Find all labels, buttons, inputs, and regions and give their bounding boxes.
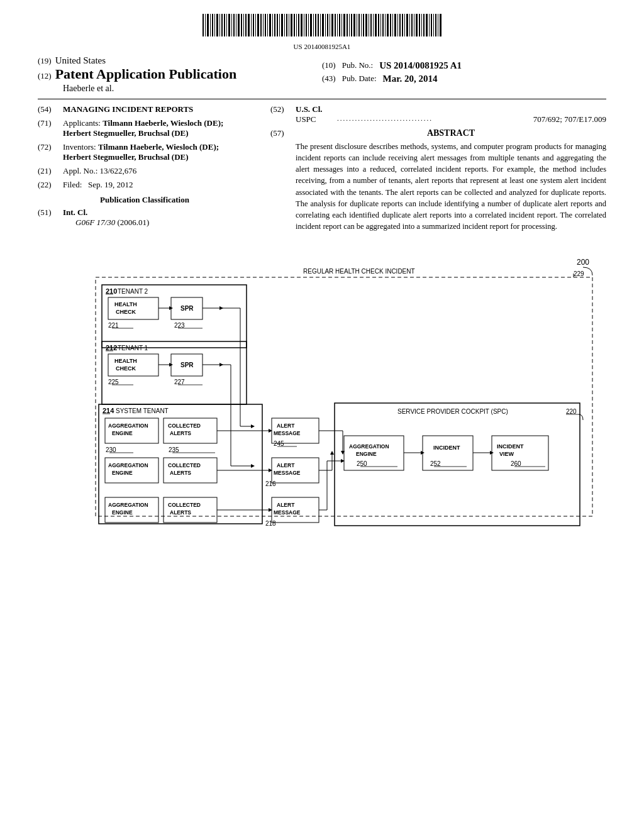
field-72: (72) Inventors: Tilmann Haeberle, Wieslo…: [38, 142, 252, 162]
ref260: 260: [511, 460, 521, 467]
svg-rect-52: [327, 14, 328, 36]
header-right: (10) Pub. No.: US 2014/0081925 A1 (43) P…: [322, 55, 606, 84]
svg-rect-47: [315, 14, 316, 36]
ref252: 252: [430, 460, 441, 467]
svg-rect-20: [251, 14, 252, 36]
svg-rect-30: [274, 14, 275, 36]
svg-rect-19: [248, 14, 250, 36]
ref245: 245: [274, 440, 284, 447]
svg-rect-8: [221, 14, 223, 36]
svg-rect-79: [392, 14, 393, 36]
svg-rect-43: [306, 14, 307, 36]
collected-alerts1-label1: COLLECTED: [168, 423, 201, 429]
header-divider: [38, 99, 606, 99]
incident-label: INCIDENT: [433, 445, 460, 451]
field-72-content: Inventors: Tilmann Haeberle, Wiesloch (D…: [63, 142, 252, 162]
svg-rect-31: [277, 14, 278, 36]
svg-rect-3: [210, 14, 211, 36]
alert-msg3-label2: MESSAGE: [274, 509, 301, 516]
alert-msg3-label1: ALERT: [277, 502, 295, 508]
field-22-num: (22): [38, 180, 63, 190]
svg-rect-7: [219, 14, 220, 36]
svg-rect-57: [339, 14, 340, 36]
svg-rect-32: [279, 14, 280, 36]
uspc-value: 707/692; 707/E17.009: [533, 114, 606, 124]
regular-health-check-box: [96, 277, 592, 516]
uspc-dots: ................................: [337, 114, 530, 124]
abstract-text: The present disclosure describes methods…: [296, 141, 606, 232]
spr2-label: SPR: [180, 362, 194, 368]
svg-rect-37: [291, 14, 292, 36]
incident-view-label1: INCIDENT: [497, 443, 524, 450]
ref225: 225: [108, 379, 119, 385]
svg-rect-9: [224, 14, 225, 36]
collected-alerts2-label2: ALERTS: [170, 470, 191, 476]
field-21-value: 13/622,676: [100, 166, 137, 175]
svg-rect-15: [238, 14, 240, 36]
svg-rect-29: [272, 14, 273, 36]
svg-rect-75: [382, 14, 384, 36]
svg-rect-89: [416, 14, 418, 36]
patent-diagram: 200 REGULAR HEALTH CHECK INCIDENT 229 21…: [45, 247, 599, 549]
collected-alerts3-label2: ALERTS: [170, 509, 191, 516]
field-51: (51) Int. Cl. G06F 17/30 (2006.01): [38, 208, 252, 228]
svg-rect-18: [245, 14, 247, 36]
svg-rect-6: [216, 14, 218, 36]
field-22-value: Sep. 19, 2012: [88, 180, 133, 189]
field-52-num: (52): [270, 104, 296, 124]
country-name: United States: [55, 55, 106, 66]
right-column: (52) U.S. Cl. USPC .....................…: [270, 104, 606, 236]
svg-rect-67: [363, 14, 364, 36]
svg-rect-76: [385, 14, 386, 36]
svg-rect-2: [207, 14, 209, 36]
field-51-year: (2006.01): [117, 218, 149, 227]
svg-rect-53: [330, 14, 330, 36]
svg-rect-34: [284, 14, 285, 36]
alert-msg1-label2: MESSAGE: [274, 430, 301, 436]
ref230: 230: [106, 446, 116, 453]
ref250: 250: [357, 460, 367, 467]
svg-rect-33: [281, 14, 283, 36]
agg-engine-spc-label2: ENGINE: [356, 451, 377, 457]
svg-rect-96: [433, 14, 434, 36]
svg-rect-98: [438, 14, 438, 36]
svg-rect-46: [313, 14, 314, 36]
field-57-num: (57): [270, 128, 296, 232]
svg-rect-83: [402, 14, 403, 36]
diagram-area: 200 REGULAR HEALTH CHECK INCIDENT 229 21…: [38, 247, 606, 549]
doc-type-num: (12): [38, 71, 52, 81]
health-check2-label2: CHECK: [116, 365, 136, 372]
field-72-value2: Herbert Stegmueller, Bruchsal (DE): [63, 152, 189, 162]
svg-rect-45: [310, 14, 312, 36]
alert-msg2-label2: MESSAGE: [274, 470, 301, 476]
svg-rect-64: [357, 14, 357, 36]
ref216: 216: [265, 480, 276, 487]
svg-rect-90: [419, 14, 420, 36]
spc-ref: 220: [566, 408, 577, 415]
svg-rect-16: [241, 14, 242, 36]
field-72-num: (72): [38, 142, 63, 162]
field-21-content: Appl. No.: 13/622,676: [63, 166, 252, 176]
svg-rect-24: [260, 14, 262, 36]
health-check2-label: HEALTH: [114, 358, 137, 364]
agg-engine2-label1: AGGREGATION: [108, 462, 148, 468]
svg-rect-94: [429, 14, 430, 36]
pub-no-value: US 2014/0081925 A1: [379, 60, 462, 71]
svg-rect-58: [341, 14, 342, 36]
agg-engine3-label2: ENGINE: [112, 509, 133, 516]
svg-rect-23: [257, 14, 259, 36]
svg-rect-50: [322, 14, 324, 36]
svg-rect-25: [263, 14, 264, 36]
svg-rect-66: [361, 14, 362, 36]
pub-date-num: (43): [322, 74, 336, 84]
svg-rect-40: [298, 14, 299, 36]
field-57-content: ABSTRACT The present disclosure describe…: [296, 128, 606, 232]
field-54-label: MANAGING INCIDENT REPORTS: [63, 104, 193, 114]
ref218: 218: [265, 520, 276, 527]
alert-msg1-label1: ALERT: [277, 423, 295, 429]
left-column: (54) MANAGING INCIDENT REPORTS (71) Appl…: [38, 104, 252, 236]
tenant1-label: TENANT 1: [118, 345, 148, 351]
svg-rect-0: [203, 14, 204, 36]
ref229: 229: [574, 270, 584, 277]
svg-rect-5: [214, 14, 215, 36]
